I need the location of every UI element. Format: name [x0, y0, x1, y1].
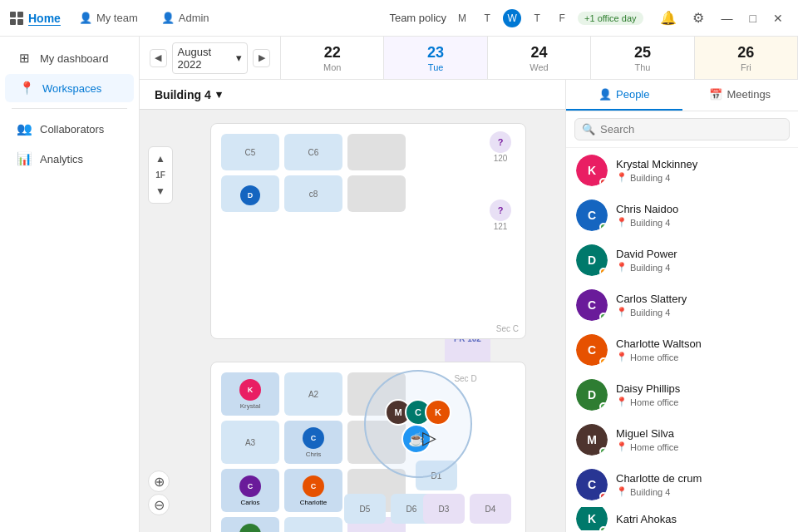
desk-a3[interactable]: A3: [221, 421, 279, 464]
zoom-in-button[interactable]: ⊕: [148, 470, 170, 492]
floor-area: Building 4 ▾ ▲ 1F ▼ ⊕ ⊖: [140, 80, 798, 532]
day-num-23: 23: [427, 44, 444, 62]
building-chevron-icon: ▾: [216, 88, 222, 101]
content-area: ◀ August 2022 ▾ ▶ 22 Mon 23 Tue 24 Wed 2…: [140, 37, 798, 532]
desk-empty1[interactable]: [347, 134, 406, 170]
location-icon-3: 📍: [616, 307, 628, 318]
cal-day-22[interactable]: 22 Mon: [281, 37, 384, 79]
desk-krystal[interactable]: K Krystal: [221, 372, 279, 416]
person-item-0[interactable]: K Krystal Mckinney 📍 Building 4: [566, 148, 798, 193]
person-info-6: Miguel Silva 📍 Home office: [616, 427, 788, 452]
settings-button[interactable]: ⚙: [687, 7, 710, 30]
location-text-5: Home office: [630, 397, 679, 407]
myteam-nav[interactable]: 👤 My team: [74, 8, 143, 27]
desk-d4[interactable]: D4: [470, 494, 511, 524]
desk-empty2[interactable]: [347, 175, 406, 212]
topbar-left: Home 👤 My team 👤 Admin: [10, 8, 376, 27]
person-name-0: Krystal Mckinney: [616, 158, 788, 170]
calendar-nav: ◀ August 2022 ▾ ▶: [140, 37, 281, 79]
floor-up-button[interactable]: ▲: [152, 150, 169, 167]
office-day-badge[interactable]: +1 office day: [578, 12, 643, 25]
sidebar-item-workspaces[interactable]: 📍 Workspaces: [5, 74, 134, 102]
person-avatar-5: D: [576, 379, 608, 411]
floor-label: 1F: [155, 170, 165, 180]
person-item-2[interactable]: D David Power 📍 Building 4: [566, 238, 798, 283]
location-text-2: Building 4: [630, 263, 670, 273]
person-item-1[interactable]: C Chris Naidoo 📍 Building 4: [566, 193, 798, 238]
close-button[interactable]: ✕: [768, 8, 788, 28]
person-item-5[interactable]: D Daisy Phillips 📍 Home office: [566, 372, 798, 417]
day-t2[interactable]: T: [528, 9, 546, 27]
next-month-button[interactable]: ▶: [253, 49, 270, 67]
day-name-25: Thu: [634, 62, 650, 72]
chevron-down-icon: ▾: [236, 52, 242, 64]
bell-button[interactable]: 🔔: [657, 7, 680, 30]
floor-down-button[interactable]: ▼: [152, 183, 169, 200]
cal-day-24[interactable]: 24 Wed: [488, 37, 591, 79]
day-num-25: 25: [634, 44, 651, 62]
day-w[interactable]: W: [503, 9, 521, 27]
building-selector[interactable]: Building 4 ▾: [148, 85, 229, 105]
person-location-1: 📍 Building 4: [616, 217, 788, 228]
person-avatar-0: K: [576, 155, 608, 186]
person-item-7[interactable]: C Charlotte de crum 📍 Building 4: [566, 462, 798, 507]
cal-day-25[interactable]: 25 Thu: [591, 37, 694, 79]
search-input[interactable]: [600, 123, 782, 135]
sidebar-label-workspaces: Workspaces: [42, 82, 101, 95]
meetings-tab-label: Meetings: [727, 88, 771, 101]
desk-daisy[interactable]: D Daisy: [221, 517, 279, 532]
person-icon: 👤: [79, 12, 92, 24]
day-f[interactable]: F: [553, 9, 571, 27]
tab-people[interactable]: 👤 People: [566, 80, 682, 111]
sidebar-item-analytics[interactable]: 📊 Analytics: [5, 145, 134, 173]
sidebar-item-dashboard[interactable]: ⊞ My dashboard: [5, 44, 134, 72]
person-location-6: 📍 Home office: [616, 441, 788, 452]
zoom-out-button[interactable]: ⊖: [148, 494, 170, 515]
dashboard-icon: ⊞: [17, 51, 32, 66]
desk-c6[interactable]: C6: [284, 134, 342, 170]
prev-month-button[interactable]: ◀: [150, 49, 167, 67]
desk-a2[interactable]: A2: [284, 372, 342, 416]
krystal-label: Krystal: [240, 402, 260, 410]
home-label[interactable]: Home: [28, 12, 61, 25]
person-name-5: Daisy Phillips: [616, 382, 788, 395]
status-dot-8: [599, 526, 608, 530]
admin-label: Admin: [179, 12, 209, 24]
desk-d3[interactable]: D3: [423, 494, 465, 524]
minimize-button[interactable]: —: [717, 8, 738, 28]
people-list: K Krystal Mckinney 📍 Building 4: [566, 148, 798, 532]
desk-carlos[interactable]: C Carlos: [221, 469, 279, 512]
month-selector[interactable]: August 2022 ▾: [172, 42, 249, 74]
person-item-6[interactable]: M Miguel Silva 📍 Home office: [566, 417, 798, 462]
desk-c5[interactable]: C5: [221, 134, 279, 170]
day-name-22: Mon: [323, 62, 341, 72]
desk-a8[interactable]: A8: [284, 517, 342, 532]
sidebar-item-collaborators[interactable]: 👥 Collaborators: [5, 115, 134, 143]
tab-meetings[interactable]: 📅 Meetings: [682, 80, 799, 111]
cal-day-23[interactable]: 23 Tue: [384, 37, 487, 79]
desk-david[interactable]: D: [221, 175, 279, 212]
meetings-tab-icon: 📅: [709, 88, 722, 101]
maximize-button[interactable]: □: [745, 8, 761, 28]
admin-nav[interactable]: 👤 Admin: [156, 8, 214, 27]
location-text-4: Home office: [630, 352, 679, 362]
person-item-8[interactable]: K Katri Ahokas: [566, 507, 798, 530]
desk-c8[interactable]: c8: [284, 175, 342, 212]
sidebar-divider: [12, 108, 127, 109]
person-item-3[interactable]: C Carlos Slattery 📍 Building 4: [566, 283, 798, 328]
day-t1[interactable]: T: [478, 9, 496, 27]
topbar-center: Team policy M T W T F +1 office day: [389, 9, 643, 27]
building-header-strip: Building 4 ▾: [140, 80, 565, 110]
badge-121-label: 121: [490, 222, 511, 231]
person-name-8: Katri Ahokas: [616, 513, 788, 525]
day-name-26: Fri: [741, 62, 751, 72]
person-item-4[interactable]: C Charlotte Waltson 📍 Home office: [566, 328, 798, 372]
person-location-0: 📍 Building 4: [616, 172, 788, 183]
desk-chris[interactable]: C Chris: [284, 421, 342, 464]
day-m[interactable]: M: [453, 9, 471, 27]
desk-charlotte[interactable]: C Charlotte: [284, 469, 342, 512]
cal-day-26[interactable]: 26 Fri: [695, 37, 798, 79]
desk-d5[interactable]: D5: [344, 494, 386, 524]
sec-c-label: Sec C: [496, 324, 519, 333]
person-info-1: Chris Naidoo 📍 Building 4: [616, 203, 788, 228]
